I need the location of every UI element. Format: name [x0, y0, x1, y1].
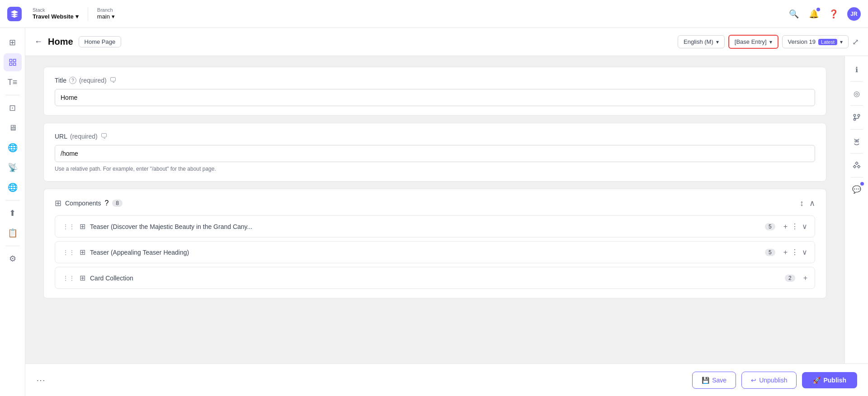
broadcast-icon[interactable] — [849, 133, 865, 149]
chat-badge — [860, 182, 864, 186]
help-icon[interactable]: ❓ — [827, 8, 840, 20]
components-help-icon[interactable]: ? — [104, 199, 108, 207]
unpublish-button[interactable]: ↩ Unpublish — [741, 372, 797, 389]
branch-name[interactable]: main ▾ — [97, 13, 115, 20]
components-sort-icon[interactable]: ↕ — [800, 199, 804, 208]
components-label: Components — [65, 200, 101, 207]
components-collapse-icon[interactable]: ∧ — [809, 198, 815, 208]
comp-add-icon[interactable]: + — [783, 248, 788, 256]
nav-settings[interactable]: ⚙ — [4, 250, 22, 268]
components-count: 8 — [112, 200, 123, 207]
content-area: ← Home Home Page English (M) ▾ [Base Ent… — [25, 28, 868, 396]
components-icon[interactable] — [849, 157, 865, 173]
title-field-card: Title ? (required) 🗨 — [43, 67, 826, 116]
components-actions: ↕ ∧ — [800, 198, 815, 208]
nav-grid[interactable]: ⊡ — [4, 99, 22, 117]
svg-point-4 — [854, 114, 856, 116]
url-translate-icon[interactable]: 🗨 — [100, 132, 108, 140]
svg-point-5 — [858, 114, 860, 116]
logo-svg — [10, 9, 19, 19]
app-layout: ⊞ T≡ ⊡ 🖥 🌐 📡 🌐 ⬆ 📋 ⚙ ← Home Home Page En… — [0, 28, 868, 396]
project-label: Stack — [33, 7, 79, 13]
save-icon: 💾 — [702, 377, 709, 384]
svg-point-7 — [856, 141, 857, 142]
comp-actions: + ⋮ ∨ — [783, 248, 807, 256]
nav-upload[interactable]: ⬆ — [4, 204, 22, 222]
comp-expand-icon[interactable]: ∨ — [802, 222, 807, 231]
nav-dashboard[interactable]: ⊞ — [4, 33, 22, 51]
drag-handle[interactable]: ⋮⋮ — [62, 275, 75, 282]
language-selector[interactable]: English (M) ▾ — [678, 35, 725, 48]
branch-info: Branch main ▾ — [97, 7, 115, 20]
project-info: Stack Travel Website ▾ — [33, 7, 79, 20]
nav-monitor[interactable]: 🖥 — [4, 119, 22, 137]
back-button[interactable]: ← — [34, 37, 42, 47]
page-title: Home — [48, 37, 73, 47]
url-input[interactable] — [55, 145, 815, 162]
title-translate-icon[interactable]: 🗨 — [109, 76, 117, 84]
bottom-bar: ⋯ 💾 Save ↩ Unpublish 🚀 Publish — [25, 363, 868, 396]
base-entry-selector[interactable]: [Base Entry] ▾ — [728, 35, 778, 49]
title-input[interactable] — [55, 89, 815, 106]
topbar: Stack Travel Website ▾ Branch main ▾ 🔍 🔔… — [0, 0, 868, 28]
publish-button[interactable]: 🚀 Publish — [802, 372, 857, 388]
nav-broadcast[interactable]: 📡 — [4, 158, 22, 177]
nav-divider-2 — [5, 200, 20, 200]
save-button[interactable]: 💾 Save — [692, 372, 736, 389]
components-header: ⊞ Components ? 8 ↕ ∧ — [55, 198, 815, 208]
chat-icon[interactable]: 💬 — [849, 181, 865, 197]
content-icon — [9, 58, 17, 66]
components-card: ⊞ Components ? 8 ↕ ∧ ⋮⋮ ⊞ — [43, 189, 826, 298]
content-header: ← Home Home Page English (M) ▾ [Base Ent… — [25, 28, 868, 56]
component-item: ⋮⋮ ⊞ Teaser (Appealing Teaser Heading) 5… — [55, 241, 815, 263]
right-divider-2 — [850, 105, 863, 106]
comp-more-icon[interactable]: ⋮ — [791, 222, 798, 231]
target-icon[interactable]: ◎ — [849, 85, 865, 102]
right-divider-3 — [850, 129, 863, 130]
components-list: ⋮⋮ ⊞ Teaser (Discover the Majestic Beaut… — [55, 215, 815, 289]
project-name[interactable]: Travel Website ▾ — [33, 13, 79, 20]
project-dropdown-icon[interactable]: ▾ — [75, 13, 79, 20]
comp-expand-icon[interactable]: ∨ — [802, 248, 807, 256]
url-field-card: URL (required) 🗨 Use a relative path. Fo… — [43, 123, 826, 182]
version-badge: Latest — [818, 39, 837, 45]
nav-globe-1[interactable]: 🌐 — [4, 139, 22, 157]
comp-actions: + ⋮ ∨ — [783, 222, 807, 231]
drag-handle[interactable]: ⋮⋮ — [62, 249, 75, 256]
nav-globe-2[interactable]: 🌐 — [4, 178, 22, 196]
title-label: Title ? (required) 🗨 — [55, 76, 815, 84]
expand-icon[interactable]: ⤢ — [852, 37, 859, 47]
logo[interactable] — [7, 7, 22, 21]
info-icon[interactable]: ℹ — [849, 61, 865, 78]
main-content: Title ? (required) 🗨 URL (required) 🗨 — [25, 56, 868, 363]
comp-add-icon[interactable]: + — [803, 274, 807, 282]
nav-divider-3 — [5, 246, 20, 246]
lang-dropdown-icon: ▾ — [716, 39, 719, 45]
avatar[interactable]: JR — [847, 7, 861, 21]
url-hint: Use a relative path. For example, enter … — [55, 166, 815, 172]
comp-grid-icon: ⊞ — [80, 222, 85, 231]
components-grid-icon: ⊞ — [55, 198, 61, 208]
form-area: Title ? (required) 🗨 URL (required) 🗨 — [25, 56, 844, 363]
comp-grid-icon: ⊞ — [80, 248, 85, 256]
title-help-icon[interactable]: ? — [69, 77, 76, 84]
nav-text[interactable]: T≡ — [4, 73, 22, 91]
comp-more-icon[interactable]: ⋮ — [791, 248, 798, 256]
right-divider-4 — [850, 153, 863, 154]
page-badge[interactable]: Home Page — [79, 36, 122, 47]
unpublish-icon: ↩ — [751, 377, 756, 384]
bottom-more-icon[interactable]: ⋯ — [36, 375, 45, 386]
search-icon[interactable]: 🔍 — [788, 8, 800, 20]
left-nav: ⊞ T≡ ⊡ 🖥 🌐 📡 🌐 ⬆ 📋 ⚙ — [0, 28, 25, 396]
comp-add-icon[interactable]: + — [783, 223, 788, 231]
comp-name: Teaser (Appealing Teaser Heading) — [90, 249, 760, 256]
nav-content[interactable] — [4, 53, 22, 71]
branch-dropdown-icon[interactable]: ▾ — [112, 13, 115, 20]
branch-icon[interactable] — [849, 109, 865, 126]
notification-icon[interactable]: 🔔 — [807, 8, 820, 20]
branch-label: Branch — [97, 7, 115, 13]
svg-rect-0 — [9, 59, 12, 61]
nav-clipboard[interactable]: 📋 — [4, 224, 22, 242]
drag-handle[interactable]: ⋮⋮ — [62, 223, 75, 230]
version-selector[interactable]: Version 19 Latest ▾ — [782, 35, 849, 48]
